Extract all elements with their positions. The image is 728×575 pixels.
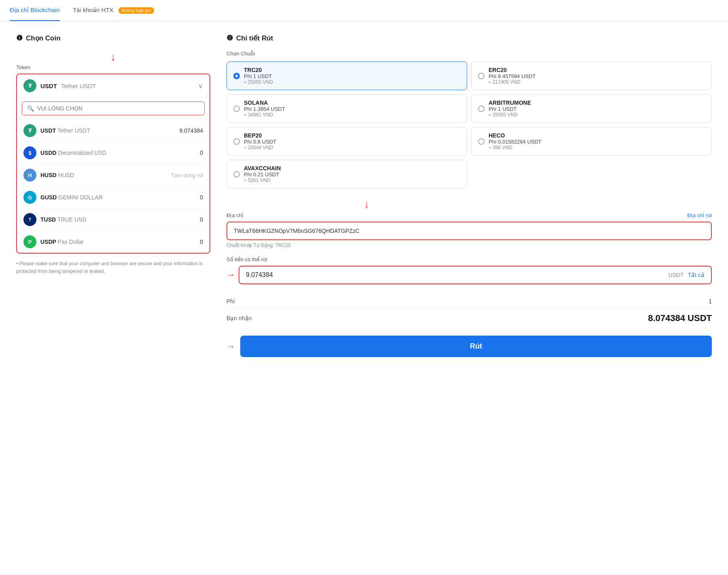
chain-name: TRC20: [244, 67, 460, 73]
fee-label: Phí: [226, 298, 235, 304]
coin-dropdown-selected[interactable]: ₮ USDT Tether USDT ∨: [17, 74, 210, 97]
coin-symbol: TUSD TRUE USD: [40, 216, 196, 223]
chain-fee: Phí 0.01582284 USDT: [489, 139, 705, 145]
chain-radio-trc20: [233, 73, 240, 79]
chain-fee: Phí 1.3954 USDT: [244, 106, 460, 112]
chain-radio-bep20: [233, 138, 240, 145]
chain-name: HECO: [489, 132, 705, 139]
address-link[interactable]: Địa chỉ rút: [687, 212, 712, 218]
list-item[interactable]: G GUSD GEMINI DOLLAR 0: [17, 186, 210, 209]
chain-item-erc20[interactable]: ERC20 Phí 8.457594 USDT ≈ 211905 VND: [471, 61, 712, 90]
chain-radio-arbitrumone: [478, 106, 485, 112]
chain-fee: Phí 1 USDT: [244, 73, 460, 79]
amount-value[interactable]: 9.074384: [246, 271, 665, 279]
coin-icon-usdd: $: [23, 146, 36, 159]
chain-item-heco[interactable]: HECO Phí 0.01582284 USDT ≈ 396 VND: [471, 127, 712, 156]
coin-balance: 0: [200, 194, 203, 201]
right-column: ❷ Chi tiết Rút Chọn Chuỗi TRC20 Phí 1 US…: [226, 34, 712, 357]
coin-symbol: HUSD HUSD: [40, 172, 167, 178]
list-item[interactable]: P USDP Pax Dollar 0: [17, 231, 210, 253]
arrow-right-submit: →: [226, 341, 235, 352]
chain-radio-solana: [233, 106, 240, 112]
coin-balance: 0: [200, 150, 203, 156]
receive-value: 8.074384 USDT: [648, 313, 712, 323]
coin-balance: 0: [200, 216, 203, 223]
coin-symbol: USDD Decentralized USD: [40, 150, 196, 156]
coin-search-wrapper: 🔍: [22, 101, 205, 115]
chain-item-arbitrumone[interactable]: ARBITRUMONE Phí 1 USDT ≈ 25055 VND: [471, 94, 712, 123]
step2-badge: ❷: [226, 34, 233, 42]
coin-icon-gusd: G: [23, 191, 36, 204]
chain-vnd: ≈ 5261 VND: [244, 178, 460, 183]
step2-title: ❷ Chi tiết Rút: [226, 34, 712, 42]
chain-radio-avaxcchain: [233, 171, 240, 178]
fee-value: 1: [709, 298, 712, 304]
tabs-bar: Địa chỉ Blockchain Tài khoản HTX Không m…: [0, 0, 728, 21]
chain-vnd: ≈ 25055 VND: [489, 112, 705, 118]
amount-all-button[interactable]: Tất cả: [688, 272, 705, 278]
coin-balance: 9.074384: [180, 127, 203, 134]
address-input[interactable]: TWLaT66HKGZNOpV7MbnSG676QHDATGPZzC: [226, 222, 712, 240]
coin-icon-husd: H: [23, 169, 36, 182]
chain-name: BEP20: [244, 132, 460, 139]
coin-icon-tusd: T: [23, 213, 36, 226]
left-column: ❶ Chọn Coin ↓ Token ₮ USDT Tether USDT ∨…: [16, 34, 210, 357]
tab-htx[interactable]: Tài khoản HTX Không mất phí: [73, 0, 154, 21]
receive-row: Bạn nhận 8.074384 USDT: [226, 309, 712, 328]
coin-search-box: 🔍: [17, 97, 210, 120]
coin-balance: 0: [200, 239, 203, 245]
amount-label: Số tiền có thể rút: [226, 256, 712, 262]
address-section: Địa chỉ Địa chỉ rút TWLaT66HKGZNOpV7MbnS…: [226, 212, 712, 248]
chain-label: Chọn Chuỗi: [226, 51, 712, 57]
list-item[interactable]: ₮ USDT Tether USDT 9.074384: [17, 120, 210, 142]
token-label: Token: [16, 64, 210, 70]
chain-vnd: ≈ 211905 VND: [489, 79, 705, 85]
step1-title: ❶ Chọn Coin: [16, 34, 210, 42]
search-icon: 🔍: [27, 105, 34, 112]
amount-section: Số tiền có thể rút → 9.074384 USDT Tất c…: [226, 256, 712, 284]
chain-fee: Phí 1 USDT: [489, 106, 705, 112]
address-label: Địa chỉ: [226, 212, 243, 218]
coin-symbol: USDP Pax Dollar: [40, 239, 196, 245]
coin-icon-usdt: ₮: [23, 124, 36, 137]
chain-name: AVAXCCHAIN: [244, 165, 460, 171]
selected-coin-icon: ₮: [23, 79, 36, 92]
receive-label: Bạn nhận: [226, 315, 252, 321]
submit-row: → Rút: [226, 336, 712, 357]
list-item[interactable]: T TUSD TRUE USD 0: [17, 209, 210, 231]
chain-grid: TRC20 Phí 1 USDT ≈ 25055 VND ERC20 Phí 8…: [226, 61, 712, 188]
chain-item-trc20[interactable]: TRC20 Phí 1 USDT ≈ 25055 VND: [226, 61, 467, 90]
chain-name: SOLANA: [244, 99, 460, 106]
arrow-right-amount: →: [226, 270, 235, 280]
chain-item-solana[interactable]: SOLANA Phí 1.3954 USDT ≈ 34961 VND: [226, 94, 467, 123]
chain-item-avaxcchain[interactable]: AVAXCCHAIN Phí 0.21 USDT ≈ 5261 VND: [226, 160, 467, 188]
security-notice: • Please make sure that your computer an…: [16, 260, 210, 275]
coin-paused-label: Tạm dừng rút: [171, 172, 203, 178]
chain-radio-erc20: [478, 73, 485, 79]
chain-radio-heco: [478, 138, 485, 145]
amount-unit: USDT: [669, 272, 684, 278]
chain-vnd: ≈ 34961 VND: [244, 112, 460, 118]
submit-button[interactable]: Rút: [240, 336, 712, 357]
list-item[interactable]: H HUSD HUSD Tạm dừng rút: [17, 164, 210, 186]
chain-vnd: ≈ 20044 VND: [244, 145, 460, 150]
chevron-down-icon: ∨: [198, 82, 203, 90]
coin-list: ₮ USDT Tether USDT 9.074384 $ USDD Decen…: [17, 120, 210, 253]
selected-coin-symbol: USDT: [40, 82, 57, 89]
coin-search-input[interactable]: [37, 105, 199, 112]
chain-section: Chọn Chuỗi TRC20 Phí 1 USDT ≈ 25055 VND …: [226, 51, 712, 188]
list-item[interactable]: $ USDD Decentralized USD 0: [17, 142, 210, 164]
chain-fee: Phí 8.457594 USDT: [489, 73, 705, 79]
tab-blockchain[interactable]: Địa chỉ Blockchain: [10, 0, 60, 21]
chain-name: ARBITRUMONE: [489, 99, 705, 106]
step1-badge: ❶: [16, 34, 23, 42]
tab-htx-badge: Không mất phí: [119, 7, 154, 14]
coin-symbol: USDT Tether USDT: [40, 127, 176, 134]
coin-symbol: GUSD GEMINI DOLLAR: [40, 194, 196, 201]
coin-dropdown-box: ₮ USDT Tether USDT ∨ 🔍 ₮ USD: [16, 74, 210, 254]
fee-row: Phí 1: [226, 294, 712, 309]
chain-item-bep20[interactable]: BEP20 Phí 0.8 USDT ≈ 20044 VND: [226, 127, 467, 156]
address-chain-hint: Chuỗi Khớp Tự Động: TRC20: [226, 243, 712, 248]
chain-fee: Phí 0.21 USDT: [244, 171, 460, 178]
coin-icon-usdp: P: [23, 235, 36, 248]
